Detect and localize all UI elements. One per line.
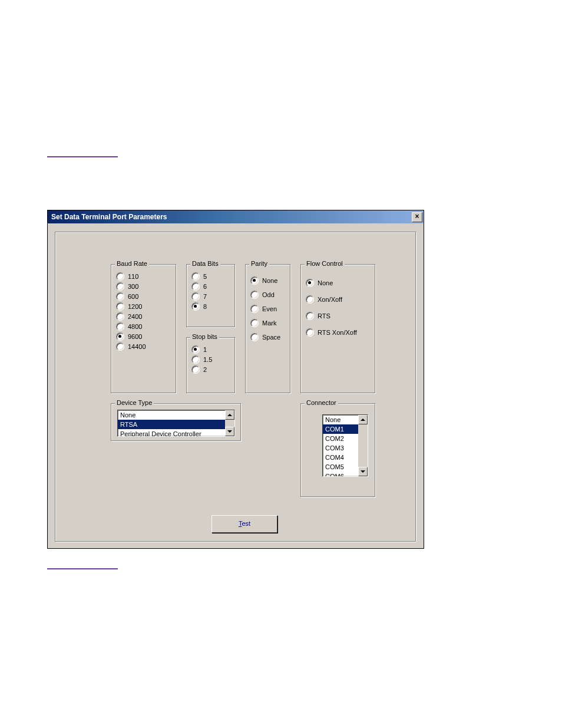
group-baud-rate: Baud Rate 110300600120024004800960014400 (111, 264, 177, 394)
titlebar: Set Data Terminal Port Parameters × (48, 210, 424, 223)
radio-icon (306, 279, 314, 287)
radio-label: 9600 (128, 333, 142, 340)
list-item[interactable]: COM5 (323, 462, 358, 472)
radio-label: 1.5 (203, 356, 212, 363)
radio-label: Xon/Xoff (318, 296, 342, 303)
chevron-down-icon (361, 470, 365, 473)
chevron-up-icon (227, 414, 232, 416)
radio-label: 8 (203, 303, 207, 310)
radio-parity-space[interactable]: Space (250, 333, 286, 341)
radio-label: 14400 (128, 343, 146, 350)
group-stop-bits: Stop bits 11.52 (186, 337, 236, 394)
radio-icon (116, 282, 124, 291)
group-legend: Stop bits (190, 333, 219, 340)
radio-baud-300[interactable]: 300 (116, 282, 171, 291)
group-connector: Connector NoneCOM1COM2COM3COM4COM5COM6 (300, 403, 376, 498)
group-parity: Parity NoneOddEvenMarkSpace (245, 264, 291, 394)
radio-parity-none[interactable]: None (250, 276, 286, 285)
radio-baud-1200[interactable]: 1200 (116, 302, 171, 311)
radio-label: Space (262, 334, 280, 341)
scroll-up-button[interactable] (358, 415, 368, 424)
list-item[interactable]: COM2 (323, 434, 358, 443)
radio-stopbits-1-5[interactable]: 1.5 (191, 355, 230, 364)
radio-flow-rts-xon-xoff[interactable]: RTS Xon/Xoff (306, 328, 371, 337)
radio-label: 7 (203, 293, 207, 300)
radio-baud-2400[interactable]: 2400 (116, 312, 171, 321)
group-data-bits: Data Bits 5678 (186, 264, 236, 328)
list-item[interactable]: None (118, 410, 225, 420)
radio-icon (306, 328, 314, 337)
device-type-listbox[interactable]: NoneRTSAPeripheral Device Controller (117, 410, 235, 437)
close-button[interactable]: × (412, 212, 422, 222)
radio-icon (116, 302, 124, 311)
radio-databits-5[interactable]: 5 (191, 272, 230, 281)
radio-databits-6[interactable]: 6 (191, 282, 230, 291)
list-item[interactable]: COM4 (323, 453, 358, 462)
group-legend: Flow Control (305, 260, 345, 267)
radio-icon (191, 365, 200, 374)
radio-icon (250, 319, 259, 327)
radio-flow-rts[interactable]: RTS (306, 312, 371, 320)
radio-label: None (318, 279, 333, 286)
radio-baud-14400[interactable]: 14400 (116, 342, 171, 351)
radio-stopbits-2[interactable]: 2 (191, 365, 230, 374)
outer-frame: Baud Rate 110300600120024004800960014400… (55, 232, 416, 542)
radio-icon (250, 333, 259, 341)
radio-label: 110 (128, 273, 138, 280)
radio-baud-110[interactable]: 110 (116, 272, 171, 281)
radio-icon (250, 276, 259, 285)
list-item[interactable]: None (323, 415, 358, 424)
radio-icon (116, 292, 124, 301)
radio-icon (191, 355, 200, 364)
list-item[interactable]: COM3 (323, 443, 358, 453)
list-item[interactable]: Peripheral Device Controller (118, 429, 225, 437)
radio-baud-4800[interactable]: 4800 (116, 322, 171, 331)
scroll-up-button[interactable] (225, 410, 234, 420)
radio-icon (191, 282, 200, 291)
scroll-down-button[interactable] (358, 467, 368, 476)
radio-icon (250, 291, 259, 299)
radio-label: 1 (203, 346, 207, 353)
scrollbar[interactable] (358, 415, 368, 476)
list-item[interactable]: RTSA (118, 420, 225, 429)
group-legend: Device Type (115, 399, 154, 406)
radio-label: 4800 (128, 323, 142, 330)
radio-label: 600 (128, 293, 138, 300)
group-legend: Connector (305, 399, 338, 406)
radio-databits-8[interactable]: 8 (191, 302, 230, 311)
divider-top (47, 156, 118, 157)
connector-listbox[interactable]: NoneCOM1COM2COM3COM4COM5COM6 (322, 414, 368, 477)
radio-icon (116, 332, 124, 341)
close-icon: × (415, 212, 419, 220)
radio-baud-600[interactable]: 600 (116, 292, 171, 301)
divider-bottom (47, 568, 118, 569)
list-item[interactable]: COM6 (323, 472, 358, 477)
group-flow-control: Flow Control NoneXon/XoffRTSRTS Xon/Xoff (300, 264, 376, 394)
radio-databits-7[interactable]: 7 (191, 292, 230, 301)
chevron-down-icon (227, 430, 232, 433)
dialog-client-area: Baud Rate 110300600120024004800960014400… (48, 223, 424, 548)
radio-label: 6 (203, 283, 207, 290)
radio-label: 5 (203, 273, 207, 280)
radio-icon (116, 342, 124, 351)
radio-icon (191, 272, 200, 281)
page: Set Data Terminal Port Parameters × Baud… (0, 0, 562, 728)
radio-parity-odd[interactable]: Odd (250, 291, 286, 299)
test-button[interactable]: Test (211, 515, 277, 533)
dialog-set-data-terminal-port-parameters: Set Data Terminal Port Parameters × Baud… (47, 210, 424, 549)
window-title: Set Data Terminal Port Parameters (51, 213, 167, 221)
list-item[interactable]: COM1 (323, 424, 358, 434)
scrollbar[interactable] (225, 410, 234, 436)
radio-icon (116, 312, 124, 321)
radio-parity-even[interactable]: Even (250, 305, 286, 313)
scroll-down-button[interactable] (225, 427, 234, 436)
radio-label: Mark (262, 319, 276, 327)
radio-baud-9600[interactable]: 9600 (116, 332, 171, 341)
radio-flow-xon-xoff[interactable]: Xon/Xoff (306, 295, 371, 304)
radio-icon (306, 312, 314, 320)
radio-flow-none[interactable]: None (306, 279, 371, 287)
radio-stopbits-1[interactable]: 1 (191, 345, 230, 354)
radio-parity-mark[interactable]: Mark (250, 319, 286, 327)
radio-label: 2400 (128, 313, 142, 320)
radio-label: RTS Xon/Xoff (318, 329, 357, 336)
